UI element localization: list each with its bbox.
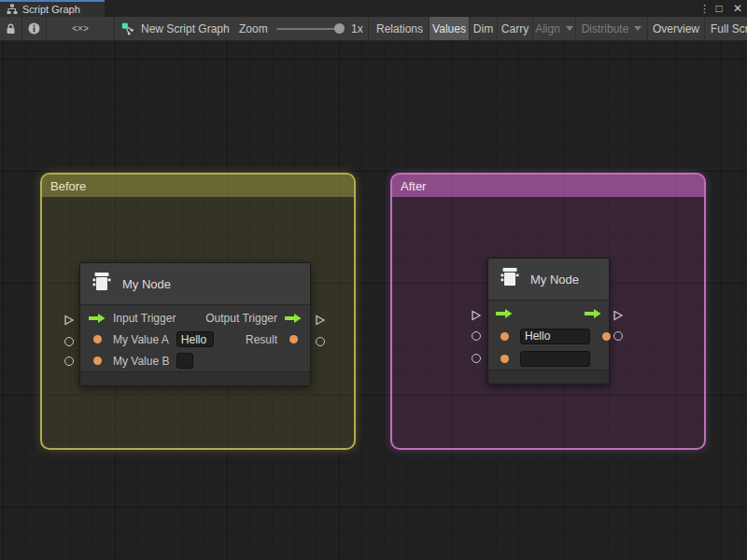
node-footer bbox=[488, 370, 609, 384]
full-screen-button[interactable]: Full Screen bbox=[705, 17, 747, 40]
dim-button[interactable]: Dim bbox=[470, 17, 498, 40]
overview-button[interactable]: Overview bbox=[648, 17, 705, 40]
zoom-label: Zoom bbox=[239, 17, 268, 40]
graph-value-port[interactable] bbox=[472, 354, 481, 363]
trigger-input-port[interactable] bbox=[496, 308, 513, 319]
group-after-label: After bbox=[401, 179, 426, 193]
value-a-field[interactable] bbox=[176, 331, 214, 347]
graph-value-port[interactable] bbox=[64, 357, 74, 366]
trigger-output-port[interactable] bbox=[585, 308, 601, 319]
close-icon[interactable]: ✕ bbox=[731, 0, 744, 17]
value-output-port[interactable] bbox=[285, 335, 302, 343]
tab-script-graph[interactable]: Script Graph bbox=[0, 0, 105, 17]
values-button[interactable]: Values bbox=[430, 17, 470, 40]
node-before-header[interactable]: My Node bbox=[80, 263, 310, 305]
carry-button[interactable]: Carry bbox=[498, 17, 533, 40]
value-b-field[interactable] bbox=[176, 353, 193, 369]
port-label: Output Trigger bbox=[205, 312, 277, 325]
zoom-level: 1x bbox=[351, 17, 363, 40]
graph-trigger-port[interactable] bbox=[315, 315, 326, 326]
graph-toolbar: <×> New Script Graph Zoom 1x Relations V… bbox=[0, 17, 747, 41]
graph-trigger-port[interactable] bbox=[63, 315, 75, 326]
script-graph-window: Script Graph ⋮ □ ✕ <×> New Script Graph … bbox=[0, 0, 747, 560]
node-after[interactable]: My Node bbox=[487, 258, 610, 385]
lock-icon bbox=[6, 23, 16, 35]
align-dropdown[interactable]: Align bbox=[533, 17, 576, 40]
toolbar-separator bbox=[368, 17, 369, 40]
port-label: Result bbox=[246, 333, 277, 346]
value-input-port[interactable] bbox=[89, 335, 106, 343]
node-before-body: Input Trigger Output Trigger My Value A … bbox=[80, 305, 310, 371]
node-after-header[interactable]: My Node bbox=[488, 259, 609, 301]
relations-button[interactable]: Relations bbox=[371, 17, 430, 40]
graph-value-port[interactable] bbox=[613, 331, 623, 341]
group-before-label: Before bbox=[50, 179, 86, 193]
node-after-body bbox=[488, 301, 609, 370]
node-title: My Node bbox=[530, 273, 579, 287]
graph-trigger-port[interactable] bbox=[471, 310, 482, 321]
trigger-output-port[interactable] bbox=[285, 313, 302, 324]
group-before-header[interactable]: Before bbox=[42, 175, 354, 197]
align-label: Align bbox=[535, 22, 560, 35]
trigger-input-port[interactable] bbox=[89, 313, 106, 324]
port-row-value-a: My Value A Result bbox=[80, 329, 310, 350]
graph-value-port[interactable] bbox=[64, 337, 74, 346]
distribute-label: Distribute bbox=[582, 22, 629, 35]
unit-icon bbox=[498, 265, 522, 293]
node-before[interactable]: My Node Input Trigger Output Trigger bbox=[79, 262, 311, 386]
node-title: My Node bbox=[122, 277, 171, 291]
value-output-port[interactable] bbox=[598, 332, 614, 341]
value-input-port[interactable] bbox=[496, 355, 513, 363]
code-icon: <×> bbox=[72, 23, 89, 34]
tab-title: Script Graph bbox=[22, 4, 80, 15]
unit-icon bbox=[90, 270, 114, 298]
port-row-value-a bbox=[488, 325, 609, 347]
value-b-field[interactable] bbox=[520, 351, 590, 367]
tab-bar: Script Graph ⋮ □ ✕ bbox=[0, 0, 747, 17]
port-label: My Value B bbox=[113, 355, 169, 368]
chevron-down-icon bbox=[634, 26, 641, 31]
value-input-port[interactable] bbox=[496, 332, 513, 341]
group-after-header[interactable]: After bbox=[392, 175, 704, 197]
graph-canvas[interactable]: Before After My Node Input bbox=[0, 41, 747, 560]
zoom-slider-handle[interactable] bbox=[334, 23, 345, 34]
script-graph-icon bbox=[7, 4, 18, 15]
graph-node-icon bbox=[121, 22, 134, 35]
graph-value-port[interactable] bbox=[316, 337, 325, 346]
node-footer bbox=[80, 371, 310, 385]
port-row-trigger bbox=[488, 302, 609, 325]
maximize-icon[interactable]: □ bbox=[712, 0, 726, 17]
info-button[interactable] bbox=[22, 17, 47, 40]
port-label: Input Trigger bbox=[113, 312, 176, 325]
port-label: My Value A bbox=[113, 333, 169, 346]
new-script-graph-label: New Script Graph bbox=[141, 22, 230, 35]
graph-trigger-port[interactable] bbox=[613, 310, 624, 321]
port-row-trigger: Input Trigger Output Trigger bbox=[80, 307, 310, 329]
new-script-graph-button[interactable]: New Script Graph bbox=[121, 17, 230, 40]
port-row-value-b bbox=[488, 347, 609, 370]
lock-button[interactable] bbox=[0, 17, 22, 40]
distribute-dropdown[interactable]: Distribute bbox=[576, 17, 648, 40]
code-toggle-button[interactable]: <×> bbox=[47, 17, 115, 40]
graph-value-port[interactable] bbox=[472, 331, 481, 341]
info-icon bbox=[28, 22, 40, 35]
value-input-port[interactable] bbox=[89, 357, 106, 365]
chevron-down-icon bbox=[566, 26, 573, 31]
window-controls: ⋮ □ ✕ bbox=[699, 0, 744, 17]
kebab-menu-icon[interactable]: ⋮ bbox=[699, 0, 707, 17]
value-a-field[interactable] bbox=[520, 329, 590, 344]
port-row-value-b: My Value B bbox=[80, 350, 310, 371]
